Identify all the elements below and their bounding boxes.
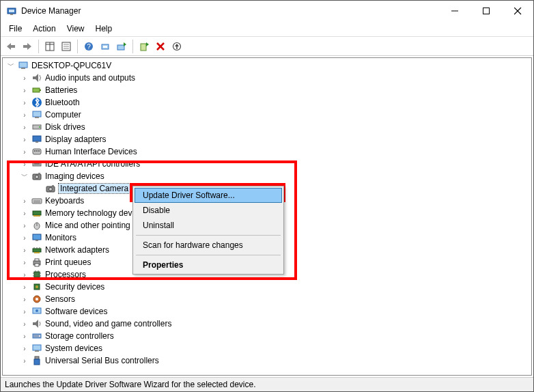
enable-button[interactable] [137,39,152,54]
update-driver-button[interactable] [114,39,129,54]
root-node[interactable]: ﹀ DESKTOP-QPUC61V [7,59,531,72]
category-imaging[interactable]: ﹀Imaging devices [20,170,531,182]
category-sound[interactable]: ›Sound, video and game controllers [20,318,531,330]
category-ide[interactable]: ›IDE ATA/ATAPI controllers [20,158,531,170]
category-storage[interactable]: ›Storage controllers [20,330,531,342]
maximize-button[interactable] [470,1,502,21]
category-label: Storage controllers [45,331,114,341]
svg-rect-45 [36,150,38,152]
close-button[interactable] [502,1,533,21]
svg-rect-64 [33,249,41,252]
chevron-right-icon[interactable]: › [20,344,29,352]
category-label: Processors [45,270,86,279]
chevron-right-icon[interactable]: › [20,246,29,254]
scan-hardware-button[interactable] [98,39,113,54]
category-software[interactable]: ›Software devices [20,305,531,318]
category-bluetooth[interactable]: ›Bluetooth [20,96,531,109]
category-label: Computer [45,110,81,120]
properties-button[interactable] [59,39,74,54]
device-tree-pane[interactable]: ﹀ DESKTOP-QPUC61V ›Audio inputs and outp… [2,57,532,376]
chevron-right-icon[interactable]: › [20,98,29,107]
chevron-right-icon[interactable]: › [20,307,29,316]
svg-point-84 [36,298,38,300]
menu-file[interactable]: File [5,23,26,35]
category-audio[interactable]: ›Audio inputs and outputs [20,72,531,84]
software-icon [31,306,42,317]
svg-point-82 [36,285,38,288]
back-button[interactable] [3,39,18,54]
scan-changes-button[interactable] [169,39,184,54]
chevron-right-icon[interactable]: › [20,86,29,94]
separator [136,235,281,236]
svg-rect-44 [34,150,36,152]
svg-rect-37 [33,111,41,117]
forward-button[interactable] [20,39,35,54]
ctx-update-driver[interactable]: Update Driver Software... [135,188,282,203]
category-sensors[interactable]: ›Sensors [20,293,531,305]
minimize-button[interactable] [439,1,470,21]
network-icon [31,244,42,255]
chevron-down-icon[interactable]: ﹀ [20,172,29,180]
ctx-properties[interactable]: Properties [135,257,282,272]
chevron-right-icon[interactable]: › [20,283,29,291]
category-label: Sensors [45,294,75,304]
menu-view[interactable]: View [63,23,89,35]
category-security[interactable]: ›Security devices [20,281,531,293]
chevron-right-icon[interactable]: › [20,270,29,279]
chevron-right-icon[interactable]: › [20,320,29,328]
svg-point-86 [36,309,38,312]
chevron-right-icon[interactable]: › [20,197,29,205]
chevron-right-icon[interactable]: › [20,123,29,131]
chevron-right-icon[interactable]: › [20,356,29,365]
category-hid[interactable]: ›Human Interface Devices [20,145,531,158]
menu-action[interactable]: Action [29,23,59,35]
batteries-icon [31,85,42,96]
chevron-right-icon[interactable]: › [20,135,29,143]
category-label: System devices [45,344,102,353]
sound-icon [31,318,42,329]
help-button[interactable]: ? [81,39,96,54]
chevron-right-icon[interactable]: › [20,148,29,156]
category-display[interactable]: ›Display adapters [20,133,531,145]
chevron-right-icon[interactable]: › [20,209,29,217]
category-disk[interactable]: ›Disk drives [20,121,531,133]
svg-rect-8 [11,45,15,48]
chevron-right-icon[interactable]: › [20,160,29,168]
storage-icon [31,331,42,341]
chevron-right-icon[interactable]: › [20,332,29,340]
category-batteries[interactable]: ›Batteries [20,84,531,96]
show-hide-console-button[interactable] [42,39,57,54]
imaging-icon [31,171,42,182]
chevron-down-icon[interactable]: ﹀ [7,61,15,70]
sensors-icon [31,294,42,305]
chevron-right-icon[interactable]: › [20,74,29,82]
ctx-uninstall[interactable]: Uninstall [135,218,282,233]
status-bar: Launches the Update Driver Software Wiza… [1,377,533,391]
keyboards-icon [31,195,42,206]
uninstall-button[interactable] [153,39,168,54]
category-computer[interactable]: ›Computer [20,109,531,121]
category-label: Memory technology devices [45,208,147,218]
titlebar: Device Manager [1,1,533,21]
chevron-right-icon[interactable]: › [20,258,29,266]
category-label: Software devices [45,307,107,316]
device-manager-window: Device Manager File Action View Help ? [0,0,534,392]
window-title: Device Manager [21,6,439,16]
display-icon [31,134,42,145]
chevron-right-icon[interactable]: › [20,234,29,242]
audio-icon [31,72,42,83]
menu-help[interactable]: Help [92,23,117,35]
chevron-right-icon[interactable]: › [20,111,29,119]
ctx-disable[interactable]: Disable [135,203,282,218]
svg-rect-34 [33,88,40,92]
chevron-right-icon[interactable]: › [20,295,29,303]
category-label: Sound, video and game controllers [45,319,171,328]
memtech-icon [31,208,42,219]
category-label: Universal Serial Bus controllers [45,356,159,365]
category-usb[interactable]: ›Universal Serial Bus controllers [20,354,531,367]
category-system[interactable]: ›System devices [20,342,531,354]
category-label: Disk drives [45,122,85,132]
ctx-scan-hardware[interactable]: Scan for hardware changes [135,238,282,253]
chevron-right-icon[interactable]: › [20,221,29,229]
window-buttons [439,1,533,21]
